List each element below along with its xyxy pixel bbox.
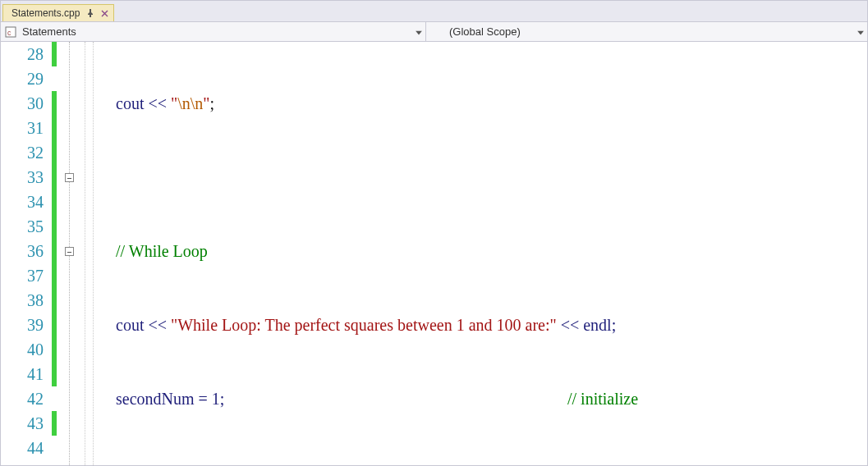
chevron-down-icon[interactable] <box>416 25 422 38</box>
fold-gutter <box>62 42 83 465</box>
fold-toggle-icon[interactable] <box>65 247 74 256</box>
line-number: 28 <box>1 42 44 66</box>
change-marker <box>52 362 62 386</box>
change-marker <box>52 165 62 190</box>
change-marker <box>52 140 62 165</box>
change-marker <box>52 436 62 460</box>
line-number: 33 <box>1 165 44 190</box>
change-marker <box>52 337 62 362</box>
line-number: 40 <box>1 337 44 362</box>
change-marker <box>52 91 62 116</box>
change-marker <box>52 116 62 140</box>
tab-strip: Statements.cpp <box>1 1 867 22</box>
change-marker <box>52 386 62 411</box>
code-line: secondNum = 1;// initialize <box>99 386 867 411</box>
code-line: while (secondNum <= 10)// Begin While Lo… <box>99 460 867 466</box>
change-marker <box>52 313 62 337</box>
line-number: 42 <box>1 386 44 411</box>
change-marker <box>52 411 62 436</box>
scope-label: (Global Scope) <box>449 25 521 38</box>
change-marker <box>52 288 62 313</box>
change-marker-gutter <box>52 42 62 465</box>
line-number: 39 <box>1 313 44 337</box>
code-editor[interactable]: 2829303132333435363738394041424344 cout … <box>1 42 867 465</box>
change-marker <box>52 42 62 66</box>
cpp-file-icon: c <box>4 25 17 39</box>
code-line: // While Loop <box>99 239 867 263</box>
line-number: 32 <box>1 140 44 165</box>
code-line <box>99 165 867 190</box>
fold-toggle-icon[interactable] <box>65 173 74 182</box>
line-number-gutter: 2829303132333435363738394041424344 <box>1 42 52 465</box>
code-line: cout << "\n\n"; <box>99 91 867 116</box>
chevron-down-icon[interactable] <box>857 25 864 38</box>
change-marker <box>52 263 62 288</box>
line-number: 38 <box>1 288 44 313</box>
context-dropdown[interactable]: c Statements <box>1 22 426 41</box>
line-number: 37 <box>1 263 44 288</box>
line-number: 44 <box>1 436 44 460</box>
change-marker <box>52 239 62 263</box>
tab-filename: Statements.cpp <box>11 7 80 19</box>
change-marker <box>52 66 62 91</box>
code-area[interactable]: cout << "\n\n"; // While Loop cout << "W… <box>99 42 867 465</box>
indent-guides <box>83 42 99 465</box>
pin-icon[interactable] <box>86 9 94 17</box>
line-number: 34 <box>1 190 44 214</box>
line-number: 36 <box>1 239 44 263</box>
file-tab[interactable]: Statements.cpp <box>2 4 114 21</box>
change-marker <box>52 214 62 239</box>
navigation-bar: c Statements (Global Scope) <box>1 22 867 42</box>
line-number: 31 <box>1 116 44 140</box>
scope-dropdown[interactable]: (Global Scope) <box>426 22 867 41</box>
context-label: Statements <box>22 25 76 38</box>
code-line: cout << "While Loop: The perfect squares… <box>99 313 867 337</box>
line-number: 43 <box>1 411 44 436</box>
line-number: 29 <box>1 66 44 91</box>
close-icon[interactable] <box>101 10 108 17</box>
line-number: 30 <box>1 91 44 116</box>
line-number: 41 <box>1 362 44 386</box>
svg-text:c: c <box>7 29 11 37</box>
change-marker <box>52 190 62 214</box>
line-number: 35 <box>1 214 44 239</box>
